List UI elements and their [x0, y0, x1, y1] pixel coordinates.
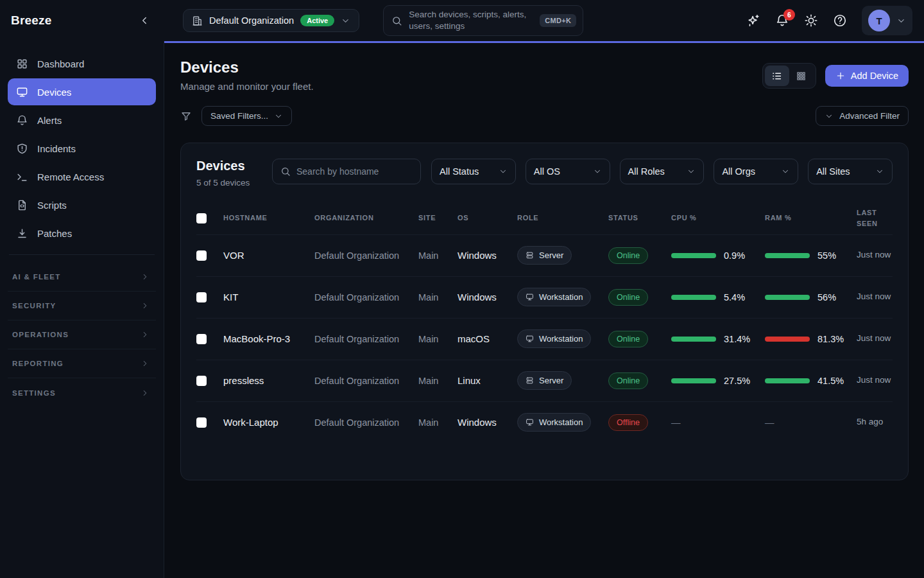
chevron-down-icon	[781, 167, 790, 176]
filter-select-all-orgs[interactable]: All Orgs	[714, 159, 798, 184]
page-subtitle: Manage and monitor your fleet.	[180, 81, 314, 92]
organization-text: Default Organization	[314, 292, 411, 302]
row-checkbox[interactable]	[196, 376, 207, 386]
sidebar-section-reporting[interactable]: REPORTING	[8, 349, 156, 378]
sidebar-section-security[interactable]: SECURITY	[8, 292, 156, 320]
column-header-ram: RAM %	[765, 213, 857, 223]
organization-cell: Default Organization	[314, 334, 418, 344]
site-cell: Main	[418, 376, 458, 386]
view-toggle	[762, 63, 816, 89]
site-cell: Main	[418, 417, 458, 428]
role-badge: Workstation	[517, 288, 591, 306]
filter-select-all-sites[interactable]: All Sites	[808, 159, 893, 184]
role-badge: Server	[517, 246, 572, 265]
download-icon	[16, 227, 28, 240]
organization-text: Default Organization	[314, 250, 411, 261]
filter-select-value: All Status	[440, 166, 479, 177]
sidebar-section-ai-fleet[interactable]: AI & FLEET	[8, 263, 156, 292]
role-badge: Workstation	[517, 329, 591, 348]
ai-assistant-button[interactable]	[746, 13, 760, 28]
list-view-button[interactable]	[765, 66, 789, 86]
row-checkbox[interactable]	[196, 417, 207, 428]
status-cell: Offline	[608, 414, 671, 431]
sidebar-item-alerts[interactable]: Alerts	[8, 107, 156, 134]
row-checkbox[interactable]	[196, 250, 207, 261]
help-button[interactable]	[833, 13, 847, 28]
sidebar-item-remote-access[interactable]: Remote Access	[8, 163, 156, 190]
help-icon	[833, 13, 847, 28]
cpu-bar	[671, 378, 716, 383]
page-actions: Add Device	[762, 63, 909, 89]
table-row[interactable]: MacBook-Pro-3Default OrganizationMainmac…	[196, 318, 893, 360]
sidebar-section-operations[interactable]: OPERATIONS	[8, 320, 156, 349]
brand-logo: Breeze	[11, 13, 52, 28]
os-cell: Windows	[458, 292, 517, 302]
notification-count-badge: 6	[783, 9, 795, 21]
sidebar-section-settings[interactable]: SETTINGS	[8, 378, 156, 407]
ram-value: 55%	[817, 250, 836, 261]
sidebar-collapse-button[interactable]	[139, 15, 150, 26]
saved-filters-dropdown[interactable]: Saved Filters...	[201, 106, 292, 126]
status-badge: Online	[608, 331, 648, 347]
filter-select-all-roles[interactable]: All Roles	[620, 159, 705, 184]
page-title: Devices	[180, 58, 314, 76]
sidebar-item-label: Incidents	[37, 143, 76, 154]
table-row[interactable]: VORDefault OrganizationMainWindowsServer…	[196, 234, 893, 276]
filter-select-all-os[interactable]: All OS	[526, 159, 610, 184]
dashboard-icon	[16, 58, 28, 70]
role-label: Server	[539, 376, 563, 385]
global-search-input[interactable]: Search devices, scripts, alerts, users, …	[383, 5, 583, 36]
role-label: Workstation	[539, 292, 583, 302]
monitor-icon	[526, 335, 534, 343]
sidebar-item-dashboard[interactable]: Dashboard	[8, 50, 156, 77]
filter-select-value: All Sites	[816, 166, 850, 177]
org-name: Default Organization	[209, 15, 294, 26]
role-cell: Server	[517, 371, 608, 390]
table-row[interactable]: KITDefault OrganizationMainWindowsWorkst…	[196, 276, 893, 318]
organization-text: Default Organization	[314, 417, 411, 428]
chevron-right-icon	[141, 389, 150, 398]
table-body: VORDefault OrganizationMainWindowsServer…	[196, 234, 893, 443]
os-cell: Windows	[458, 417, 517, 428]
cpu-cell: 31.4%	[671, 334, 765, 344]
chevron-right-icon	[141, 330, 150, 339]
sidebar-item-incidents[interactable]: Incidents	[8, 135, 156, 162]
status-cell: Online	[608, 372, 671, 389]
last-seen-cell: Just now	[857, 249, 893, 261]
add-device-button[interactable]: Add Device	[825, 65, 909, 87]
table-row[interactable]: presslessDefault OrganizationMainLinuxSe…	[196, 360, 893, 401]
chevron-right-icon	[141, 301, 150, 310]
sidebar-item-devices[interactable]: Devices	[8, 78, 156, 105]
role-label: Workstation	[539, 417, 583, 427]
sidebar-item-scripts[interactable]: Scripts	[8, 191, 156, 218]
list-icon	[771, 71, 782, 82]
sidebar-item-patches[interactable]: Patches	[8, 220, 156, 247]
sidebar-item-label: Alerts	[37, 115, 62, 126]
devices-panel: Devices 5 of 5 devices All StatusAll OSA…	[180, 143, 909, 480]
status-badge: Online	[608, 247, 648, 264]
row-checkbox-cell	[196, 292, 223, 302]
row-checkbox[interactable]	[196, 292, 207, 302]
sidebar: DashboardDevicesAlertsIncidentsRemote Ac…	[0, 41, 164, 578]
select-all-checkbox[interactable]	[196, 213, 207, 223]
grid-view-button[interactable]	[789, 66, 814, 86]
role-cell: Workstation	[517, 329, 608, 348]
table-row[interactable]: Work-LaptopDefault OrganizationMainWindo…	[196, 401, 893, 443]
status-cell: Online	[608, 247, 671, 264]
role-cell: Server	[517, 246, 608, 265]
filter-select-all-status[interactable]: All Status	[431, 159, 516, 184]
row-checkbox[interactable]	[196, 334, 207, 344]
role-badge: Workstation	[517, 413, 591, 432]
chevron-down-icon	[875, 167, 884, 176]
user-menu[interactable]: T	[862, 6, 912, 35]
hostname-search-input[interactable]	[296, 166, 413, 177]
org-selector[interactable]: Default Organization Active	[183, 9, 359, 32]
theme-toggle-button[interactable]	[804, 13, 818, 28]
notifications-button[interactable]: 6	[775, 13, 789, 28]
role-label: Server	[539, 250, 563, 260]
filter-select-value: All OS	[534, 166, 560, 177]
topbar-brand-area: Breeze	[0, 13, 164, 28]
advanced-filter-button[interactable]: Advanced Filter	[816, 106, 909, 126]
org-active-badge: Active	[300, 15, 334, 26]
monitor-icon	[16, 86, 28, 98]
